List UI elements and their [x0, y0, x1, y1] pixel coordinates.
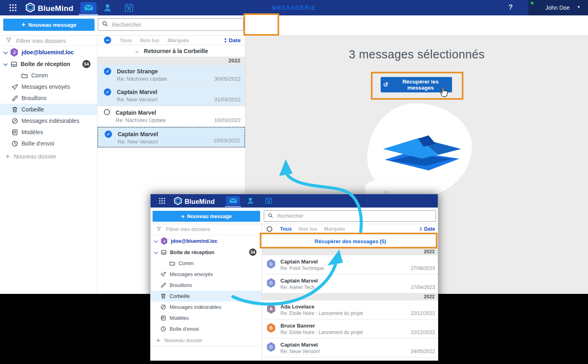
- message-row[interactable]: C Captain Marvel Re: Point Technique 27/…: [262, 255, 438, 274]
- folder-filter-input[interactable]: [165, 226, 226, 233]
- clock-icon: [11, 140, 18, 147]
- sort-by-date[interactable]: Date: [224, 37, 241, 43]
- sidebar-item-templates[interactable]: Modèles: [0, 126, 97, 138]
- screenshot-stage: BlueMind 31 MESSAGERIE ? John Doe ▾ + No…: [0, 0, 588, 364]
- message-row[interactable]: Captain Marvel Re: Nächstes Update 10/03…: [97, 106, 245, 127]
- folder-label: Boîte d'envoi: [170, 326, 199, 332]
- message-row-focused[interactable]: ✓ Captain Marvel Re: New Version! 10/03/…: [97, 127, 245, 148]
- message-date: 22/12/2022: [411, 330, 435, 335]
- inset-folder-sidebar: J jdoe@bluemind.loc Boîte de réception 5…: [151, 224, 262, 361]
- calendar-app-icon[interactable]: 31: [265, 197, 272, 206]
- year-separator: 2022: [97, 57, 245, 65]
- year-separator: 2022: [262, 293, 438, 300]
- sidebar-item-outbox[interactable]: Boîte d'envoi: [0, 138, 97, 149]
- folder-label: Brouillons: [22, 95, 46, 101]
- sidebar-item-sent[interactable]: Messages envoyés: [0, 81, 97, 92]
- sidebar-item-templates[interactable]: Modèles: [151, 313, 262, 323]
- checkbox-empty-icon[interactable]: [104, 109, 110, 115]
- message-row[interactable]: C Captain Marvel Re: Neue Version! 24/05…: [262, 338, 438, 358]
- message-row[interactable]: ✓ Captain Marvel Re: New Version! 31/03/…: [97, 86, 245, 106]
- filter-funnel-icon: [6, 37, 12, 45]
- sidebar-item-sent[interactable]: Messages envoyés: [151, 269, 262, 280]
- sender-avatar: A: [267, 304, 276, 314]
- message-row[interactable]: B Bruce Banner Re: Etoile Noire : Lancem…: [262, 319, 438, 338]
- apps-grid-icon[interactable]: [159, 197, 166, 206]
- sidebar-item-comm[interactable]: Comm: [151, 258, 262, 269]
- sidebar-item-account[interactable]: J jdoe@bluemind.loc: [0, 46, 97, 58]
- message-row[interactable]: C Captain Marvel Re: Atelier Tech 17/04/…: [262, 274, 438, 293]
- chevron-down-icon[interactable]: [3, 61, 8, 67]
- brand-name: BlueMind: [185, 198, 215, 206]
- sidebar-item-comm[interactable]: Comm: [0, 70, 97, 81]
- search-box[interactable]: [264, 210, 436, 222]
- tab-unread[interactable]: Non lus: [299, 226, 317, 232]
- message-subject: Re: Etoile Noire : Lancement du projet: [280, 329, 363, 336]
- message-date: 10/03/2022: [214, 117, 241, 123]
- search-box[interactable]: [98, 18, 243, 31]
- sort-arrows-icon: [419, 227, 422, 231]
- tab-all[interactable]: Tous: [120, 37, 132, 43]
- folder-label: Brouillons: [170, 283, 192, 288]
- tab-flagged[interactable]: Marqués: [168, 37, 189, 43]
- folder-filter-input[interactable]: [15, 37, 84, 45]
- message-sender: Captain Marvel: [118, 131, 158, 138]
- sort-label: Date: [229, 37, 241, 43]
- sidebar-item-junk[interactable]: Messages indésirables: [0, 115, 97, 126]
- mail-app-tab[interactable]: [226, 196, 240, 205]
- sidebar-item-outbox[interactable]: Boîte d'envoi: [151, 323, 262, 334]
- tab-unread[interactable]: Non lus: [140, 37, 159, 43]
- tab-flagged[interactable]: Marqués: [324, 226, 345, 232]
- checkbox-checked-icon[interactable]: ✓: [105, 131, 112, 138]
- sidebar-item-drafts[interactable]: Brouillons: [0, 92, 97, 104]
- folder-filter[interactable]: [0, 36, 97, 46]
- checkbox-checked-icon[interactable]: ✓: [104, 68, 111, 75]
- back-arrow-icon: ←: [135, 48, 140, 54]
- send-icon: [11, 84, 18, 90]
- user-name[interactable]: John Doe: [545, 4, 570, 11]
- help-button[interactable]: ?: [508, 3, 513, 11]
- search-icon: [268, 212, 273, 220]
- back-to-trash-link[interactable]: ← Retourner à la Corbeille: [97, 45, 245, 57]
- message-row[interactable]: ✓ Doctor Strange Re: Nächstes Update 30/…: [97, 65, 245, 86]
- message-date: 27/06/2023: [411, 266, 435, 271]
- chevron-down-icon[interactable]: [3, 49, 8, 56]
- tab-all[interactable]: Tous: [280, 226, 292, 232]
- folder-label: Corbeille: [22, 106, 44, 113]
- search-input[interactable]: [111, 21, 239, 28]
- sidebar-item-inbox[interactable]: Boîte de réception 54: [0, 58, 97, 70]
- new-message-button[interactable]: + Nouveau message: [3, 19, 95, 31]
- sender-avatar: C: [267, 278, 276, 288]
- filter-funnel-icon: [156, 226, 162, 233]
- sidebar-item-drafts[interactable]: Brouillons: [151, 280, 262, 291]
- message-row-partial[interactable]: [262, 358, 438, 361]
- message-date: 17/04/2023: [411, 285, 435, 290]
- user-menu-caret-icon[interactable]: ▾: [577, 4, 580, 10]
- select-all-checkbox[interactable]: [104, 36, 111, 44]
- contacts-app-icon[interactable]: [246, 197, 254, 206]
- chevron-down-icon[interactable]: [154, 238, 158, 244]
- folder-label: Messages indésirables: [22, 118, 79, 124]
- search-input[interactable]: [276, 213, 432, 219]
- trash-icon: [11, 106, 18, 113]
- account-label: jdoe@bluemind.loc: [22, 49, 74, 56]
- new-message-button[interactable]: + Nouveau message: [153, 211, 260, 222]
- message-sender: Captain Marvel: [280, 341, 320, 348]
- account-initial: J: [13, 50, 15, 55]
- message-row[interactable]: A Ada Lovelace Re: Etoile Noire : Lancem…: [262, 300, 438, 319]
- sidebar-item-trash[interactable]: Corbeille: [0, 104, 97, 115]
- select-all-checkbox[interactable]: [267, 226, 272, 232]
- new-folder-button[interactable]: + Nouveau dossier: [0, 151, 97, 162]
- plus-icon: +: [6, 152, 10, 161]
- sidebar-item-account[interactable]: J jdoe@bluemind.loc: [151, 235, 262, 247]
- chevron-down-icon[interactable]: [154, 250, 158, 255]
- list-header: Tous Non lus Marqués Date: [97, 36, 245, 45]
- sidebar-item-trash[interactable]: Corbeille: [151, 291, 262, 302]
- new-folder-button[interactable]: + Nouveau dossier: [151, 336, 262, 345]
- sidebar-item-inbox[interactable]: Boîte de réception 54: [151, 247, 262, 258]
- sidebar-item-junk[interactable]: Messages indésirables: [151, 302, 262, 313]
- checkbox-checked-icon[interactable]: ✓: [104, 88, 111, 96]
- user-avatar[interactable]: [522, 2, 533, 13]
- sort-by-date[interactable]: Date: [419, 226, 435, 232]
- message-sender: Bruce Banner: [280, 322, 363, 329]
- folder-filter[interactable]: [151, 224, 262, 235]
